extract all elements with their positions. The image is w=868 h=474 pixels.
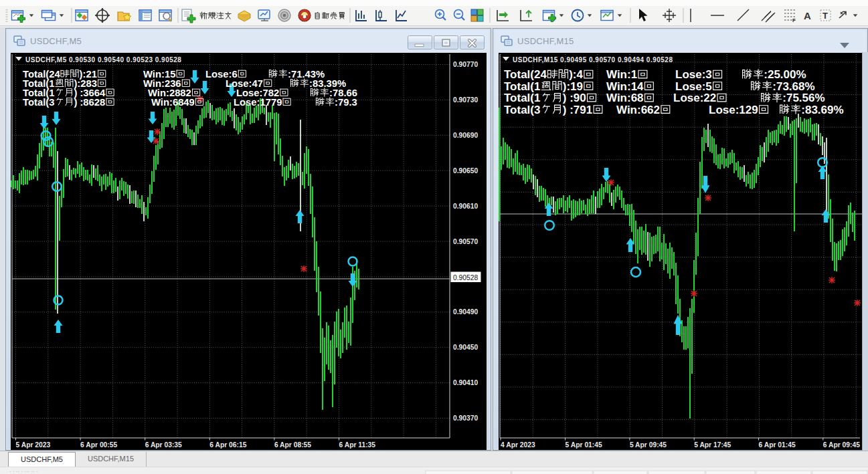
svg-text:0.90730: 0.90730 <box>453 96 478 104</box>
svg-text:Total(24: Total(24 <box>504 68 547 81</box>
svg-text::83.69%: :83.69% <box>801 104 843 116</box>
svg-text::25.00%: :25.00% <box>764 68 806 81</box>
svg-text:6 Apr 11:35: 6 Apr 11:35 <box>339 441 376 449</box>
svg-text:Win:6849: Win:6849 <box>151 97 195 108</box>
svg-text:Win:1: Win:1 <box>606 68 637 81</box>
svg-text:6 Apr 09:45: 6 Apr 09:45 <box>823 441 860 449</box>
svg-text:5 Apr 2023: 5 Apr 2023 <box>16 441 51 449</box>
svg-text:5 Apr 01:45: 5 Apr 01:45 <box>566 441 602 449</box>
svg-text:Total(1: Total(1 <box>504 80 540 93</box>
svg-text:0.90650: 0.90650 <box>453 167 478 174</box>
svg-text:A: A <box>804 10 811 21</box>
svg-text:T: T <box>822 11 828 21</box>
svg-text::75.56%: :75.56% <box>782 92 824 104</box>
svg-text:Total(3: Total(3 <box>504 104 540 116</box>
svg-text:6 Apr 08:55: 6 Apr 08:55 <box>274 441 311 449</box>
svg-text:6 Apr 01:45: 6 Apr 01:45 <box>759 441 796 449</box>
svg-text:USDCHF,M15 0.90495 0.90570 0.: USDCHF,M15 0.90495 0.90570 0.90494 0.905… <box>513 56 673 64</box>
svg-text:0.90528: 0.90528 <box>453 274 478 281</box>
svg-text:Win:68: Win:68 <box>606 92 644 104</box>
svg-text:0.90490: 0.90490 <box>453 308 478 316</box>
svg-text:USDCHF,M5 0.90530 0.90540 0.9: USDCHF,M5 0.90530 0.90540 0.90523 0.9052… <box>25 56 181 64</box>
svg-text:0.90770: 0.90770 <box>453 61 478 68</box>
svg-text:Lose:5: Lose:5 <box>675 80 712 93</box>
svg-text:):4: ):4 <box>569 68 583 81</box>
svg-text::73.68%: :73.68% <box>772 80 814 93</box>
svg-text:Total(1: Total(1 <box>504 92 540 104</box>
svg-text:6 Apr 00:55: 6 Apr 00:55 <box>80 441 117 449</box>
svg-text:):19: ):19 <box>563 80 583 93</box>
svg-text:0.90690: 0.90690 <box>453 132 478 139</box>
svg-text:Total(3: Total(3 <box>23 97 54 108</box>
svg-text:Win:14: Win:14 <box>606 80 644 93</box>
svg-text:) :791: ) :791 <box>563 104 592 116</box>
svg-text:0.90570: 0.90570 <box>453 238 478 245</box>
svg-text:5 Apr 09:45: 5 Apr 09:45 <box>630 441 667 449</box>
svg-text:Lose:3: Lose:3 <box>675 68 712 81</box>
svg-text:Lose:1779: Lose:1779 <box>234 97 282 108</box>
svg-text:0.90450: 0.90450 <box>453 344 478 351</box>
svg-text::79.3: :79.3 <box>335 97 357 108</box>
svg-text:5 Apr 17:45: 5 Apr 17:45 <box>694 441 731 449</box>
svg-text:Lose:22: Lose:22 <box>673 92 716 104</box>
svg-text:0.90370: 0.90370 <box>453 414 478 422</box>
svg-text:6 Apr 03:35: 6 Apr 03:35 <box>145 441 182 449</box>
svg-text:) :8628: ) :8628 <box>74 97 105 108</box>
svg-text:0.90410: 0.90410 <box>453 379 478 386</box>
svg-text:Lose:129: Lose:129 <box>709 104 758 116</box>
svg-text:F: F <box>792 17 796 23</box>
svg-text:6 Apr 06:15: 6 Apr 06:15 <box>209 441 246 449</box>
svg-text:0.90610: 0.90610 <box>453 203 478 210</box>
svg-text:4 Apr 2023: 4 Apr 2023 <box>501 441 535 449</box>
svg-text:Win:662: Win:662 <box>616 104 660 116</box>
svg-text:) :90: ) :90 <box>563 92 586 104</box>
